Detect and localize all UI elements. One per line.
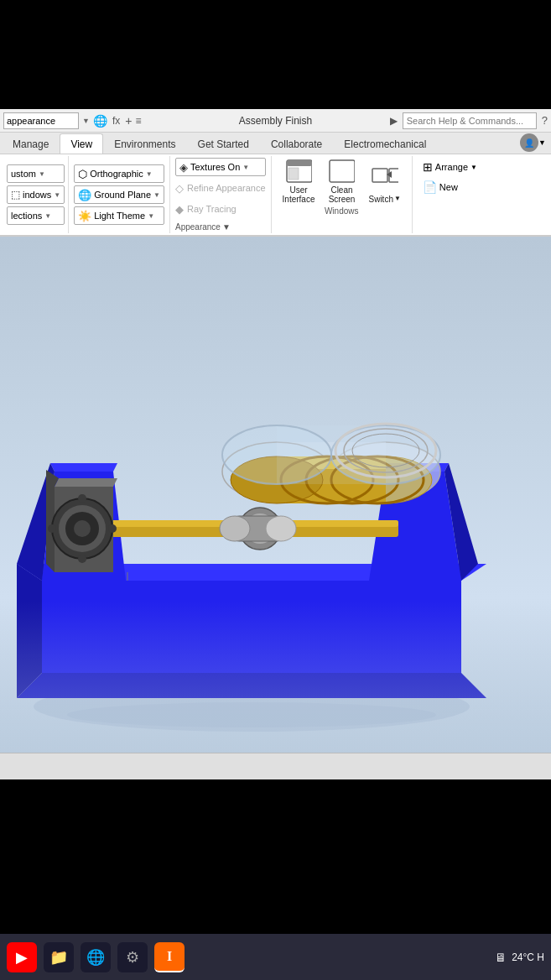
- edge-icon: 🌐: [86, 948, 105, 967]
- tab-view[interactable]: View: [60, 133, 103, 154]
- arrow-right-icon: ▶: [390, 115, 398, 127]
- light-theme-icon: ☀️: [78, 210, 91, 222]
- switch-icon: [372, 166, 398, 193]
- orthographic-dropdown[interactable]: ⬡ Orthographic ▼: [74, 164, 164, 183]
- ground-plane-dropdown[interactable]: 🌐 Ground Plane ▼: [74, 185, 164, 204]
- arrange-button[interactable]: ⊞ Arrange ▼: [418, 158, 482, 176]
- user-icon[interactable]: 👤: [520, 133, 538, 152]
- windows-icon: ⬚: [11, 189, 20, 201]
- temperature-text: 24°C H: [512, 951, 544, 963]
- ribbon-content: ustom ▼ ⬚ indows ▼ lections ▼ ⬡ Orthogra…: [0, 154, 551, 237]
- refine-icon: ◇: [175, 182, 184, 195]
- windows-section-label: Windows: [325, 206, 359, 216]
- ribbon-tabs: Manage View Environments Get Started Col…: [0, 133, 551, 154]
- taskbar-edge[interactable]: 🌐: [81, 942, 111, 972]
- user-interface-label: UserInterface: [283, 185, 315, 204]
- formula-bar: ▼ 🌐 fx + ≡ Assembly Finish ▶ ?: [0, 109, 551, 133]
- tab-manage[interactable]: Manage: [2, 133, 60, 154]
- svg-point-51: [220, 516, 250, 541]
- plus-icon[interactable]: +: [125, 114, 132, 128]
- view-controls: ⬡ Orthographic ▼ 🌐 Ground Plane ▼ ☀️ Lig…: [69, 156, 170, 233]
- tab-environments[interactable]: Environments: [103, 133, 186, 154]
- ground-plane-label: Ground Plane: [94, 190, 151, 200]
- main-3d-view[interactable]: [0, 237, 551, 753]
- taskbar-right: 🖥 24°C H: [495, 951, 544, 964]
- new-button[interactable]: 📄 New: [418, 178, 482, 196]
- ray-tracing-icon: ◆: [175, 203, 184, 216]
- appearance-input[interactable]: [3, 112, 79, 129]
- orthographic-label: Orthographic: [90, 169, 143, 179]
- user-interface-button[interactable]: UserInterface: [278, 159, 320, 206]
- equals-icon[interactable]: ≡: [135, 115, 141, 127]
- help-icon[interactable]: ?: [542, 114, 548, 127]
- formula-bar-left: ▼ 🌐 fx + ≡: [3, 112, 387, 129]
- ray-tracing-btn[interactable]: ◆ Ray Tracing: [175, 200, 266, 218]
- orthographic-icon: ⬡: [78, 168, 87, 180]
- switch-label: Switch ▼: [368, 195, 400, 204]
- search-input[interactable]: [403, 112, 537, 129]
- windows-label: indows: [23, 190, 51, 200]
- fx-icon[interactable]: fx: [111, 114, 122, 128]
- ground-plane-arrow: ▼: [153, 191, 160, 199]
- svg-point-26: [74, 520, 91, 537]
- globe-icon: 🌐: [93, 114, 107, 128]
- orthographic-arrow: ▼: [146, 170, 153, 178]
- svg-point-29: [48, 524, 56, 533]
- taskbar-files[interactable]: 📁: [44, 942, 74, 972]
- svg-point-28: [78, 555, 86, 563]
- taskbar-settings[interactable]: ⚙: [117, 942, 148, 972]
- windows-dropdown[interactable]: ⬚ indows ▼: [7, 185, 65, 204]
- light-theme-label: Light Theme: [94, 211, 145, 221]
- formula-bar-right: ▶ ?: [390, 112, 548, 129]
- svg-point-52: [266, 516, 296, 541]
- taskbar-inventor[interactable]: I: [154, 942, 185, 972]
- refine-label: Refine Appearance: [187, 183, 266, 193]
- selections-arrow: ▼: [44, 212, 51, 220]
- arrange-label: Arrange: [435, 162, 468, 172]
- textures-arrow: ▼: [242, 164, 249, 171]
- refine-appearance-btn[interactable]: ◇ Refine Appearance: [175, 179, 266, 197]
- tab-get-started[interactable]: Get Started: [187, 133, 260, 154]
- top-black-bar: [0, 0, 551, 109]
- taskbar-youtube[interactable]: ▶: [7, 942, 37, 972]
- custom-dropdown[interactable]: ustom ▼: [7, 164, 65, 183]
- clean-screen-label: CleanScreen: [329, 185, 356, 204]
- left-dropdowns: ustom ▼ ⬚ indows ▼ lections ▼: [3, 156, 69, 233]
- selections-dropdown[interactable]: lections ▼: [7, 206, 65, 225]
- assembly-title: Assembly Finish: [239, 115, 312, 127]
- svg-point-43: [222, 425, 331, 484]
- reflection: [0, 602, 551, 753]
- battery-icon: 🖥: [495, 951, 507, 964]
- ray-tracing-label: Ray Tracing: [187, 204, 237, 214]
- settings-icon: ⚙: [126, 948, 139, 967]
- textures-icon: ◈: [179, 161, 188, 174]
- clean-svg: [328, 159, 355, 184]
- arrange-icon: ⊞: [423, 160, 433, 174]
- ui-svg: [285, 159, 312, 184]
- switch-svg: [372, 167, 398, 192]
- ground-plane-icon: 🌐: [78, 189, 91, 201]
- switch-button[interactable]: Switch ▼: [364, 159, 404, 206]
- tab-electromechanical[interactable]: Electromechanical: [333, 133, 437, 154]
- dropdown-arrow-right[interactable]: ▼: [538, 138, 546, 147]
- tab-collaborate[interactable]: Collaborate: [260, 133, 333, 154]
- textures-label: Textures On: [190, 162, 240, 172]
- windows-arrow: ▼: [54, 191, 60, 199]
- inventor-icon: I: [167, 949, 172, 964]
- appearance-arrow[interactable]: ▼: [222, 222, 231, 232]
- formula-dropdown-arrow[interactable]: ▼: [82, 117, 90, 125]
- user-interface-icon: [285, 159, 312, 184]
- status-bar: [0, 753, 551, 779]
- clean-screen-button[interactable]: CleanScreen: [322, 159, 361, 206]
- arrange-section: ⊞ Arrange ▼ 📄 New: [413, 156, 487, 233]
- light-theme-dropdown[interactable]: ☀️ Light Theme ▼: [74, 206, 164, 225]
- windows-section: UserInterface CleanScreen: [272, 156, 413, 233]
- appearance-controls: ◈ Textures On ▼ ◇ Refine Appearance ◆ Ra…: [170, 156, 272, 233]
- textures-on-dropdown[interactable]: ◈ Textures On ▼: [175, 158, 266, 176]
- switch-arrow: ▼: [394, 195, 401, 203]
- svg-rect-2: [288, 168, 299, 180]
- new-label: New: [439, 182, 458, 192]
- clean-screen-icon: [328, 159, 355, 184]
- new-icon: 📄: [423, 180, 437, 194]
- svg-point-27: [78, 494, 86, 503]
